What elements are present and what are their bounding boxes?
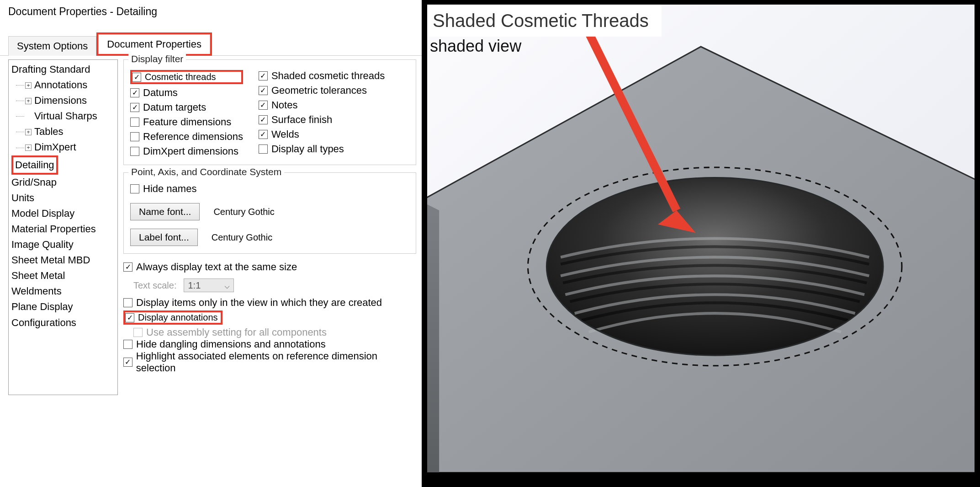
- label-font-button[interactable]: Label font...: [130, 229, 198, 246]
- expand-icon[interactable]: +: [25, 98, 32, 104]
- checkbox-display-all-types[interactable]: [259, 144, 268, 154]
- checkbox-datums[interactable]: ✓: [130, 88, 139, 97]
- checkbox-hide-dangling[interactable]: [123, 340, 132, 349]
- tab-system-options[interactable]: System Options: [8, 36, 96, 56]
- tree-label: Tables: [34, 126, 64, 137]
- checkbox-feature-dimensions[interactable]: [130, 118, 139, 127]
- tree-plane-display[interactable]: Plane Display: [11, 299, 115, 315]
- label-notes: Notes: [271, 99, 297, 111]
- checkbox-cosmetic-threads[interactable]: ✓: [132, 73, 141, 82]
- callout-subcaption: shaded view: [430, 37, 521, 56]
- label-cosmetic-threads: Cosmetic threads: [145, 72, 216, 82]
- tab-document-properties[interactable]: Document Properties: [98, 34, 210, 54]
- select-text-scale[interactable]: 1:1 ⌵: [184, 278, 234, 292]
- tree-grid-snap[interactable]: Grid/Snap: [11, 175, 115, 190]
- name-font-value: Century Gothic: [213, 207, 274, 217]
- tab-strip: System Options Document Properties: [8, 32, 422, 56]
- checkbox-notes[interactable]: ✓: [259, 101, 268, 110]
- category-tree[interactable]: Drafting Standard +Annotations +Dimensio…: [8, 59, 118, 395]
- tree-weldments[interactable]: Weldments: [11, 284, 115, 299]
- label-shaded-cosmetic: Shaded cosmetic threads: [271, 70, 385, 82]
- checkbox-highlight-assoc[interactable]: ✓: [123, 358, 132, 367]
- checkbox-assembly-setting: [133, 328, 143, 337]
- svg-marker-2: [427, 201, 439, 472]
- tree-label: Dimensions: [34, 95, 87, 106]
- expand-icon[interactable]: +: [25, 144, 32, 151]
- label-display-annotations: Display annotations: [138, 312, 218, 323]
- tree-label: DimXpert: [34, 141, 76, 153]
- label-hide-dangling: Hide dangling dimensions and annotations: [136, 338, 326, 350]
- label-display-all-types: Display all types: [271, 143, 344, 155]
- expand-icon[interactable]: +: [25, 129, 32, 135]
- checkbox-geometric-tolerances[interactable]: ✓: [259, 86, 268, 95]
- label-always-size: Always display text at the same size: [136, 261, 297, 273]
- tree-drafting-standard[interactable]: Drafting Standard: [11, 62, 115, 77]
- tree-detailing[interactable]: Detailing: [11, 155, 115, 175]
- illustration-canvas: Shaded Cosmetic Threads shaded view: [427, 5, 975, 472]
- label-welds: Welds: [271, 128, 299, 140]
- checkbox-only-in-view[interactable]: [123, 298, 132, 307]
- checkbox-dimxpert-dimensions[interactable]: [130, 147, 139, 156]
- callout-title: Shaded Cosmetic Threads: [427, 5, 662, 37]
- checkbox-welds[interactable]: ✓: [259, 130, 268, 139]
- tree-label: Detailing: [15, 159, 54, 171]
- tree-model-display[interactable]: Model Display: [11, 206, 115, 221]
- illustration-panel: Shaded Cosmetic Threads shaded view: [423, 0, 980, 487]
- label-highlight-assoc: Highlight associated elements on referen…: [136, 350, 416, 374]
- chevron-down-icon: ⌵: [224, 280, 230, 291]
- tree-label: Virtual Sharps: [34, 110, 97, 122]
- tree-units[interactable]: Units: [11, 190, 115, 206]
- tree-tables[interactable]: +Tables: [11, 124, 115, 139]
- label-datum-targets: Datum targets: [143, 102, 206, 113]
- tree-dimensions[interactable]: +Dimensions: [11, 93, 115, 108]
- label-text-scale: Text scale:: [133, 280, 176, 291]
- tree-material-properties[interactable]: Material Properties: [11, 221, 115, 237]
- threaded-hole-svg: [427, 5, 975, 472]
- name-font-button[interactable]: Name font...: [130, 203, 200, 220]
- group-display-filter: Display filter ✓ Cosmetic threads ✓Datum…: [123, 59, 416, 165]
- select-value: 1:1: [188, 280, 201, 291]
- group-legend: Display filter: [128, 54, 186, 64]
- tree-dimxpert[interactable]: +DimXpert: [11, 139, 115, 155]
- document-properties-dialog: Document Properties - Detailing System O…: [0, 0, 423, 487]
- checkbox-surface-finish[interactable]: ✓: [259, 115, 268, 124]
- highlight-document-properties-tab: Document Properties: [96, 32, 212, 56]
- settings-panel: Display filter ✓ Cosmetic threads ✓Datum…: [118, 59, 422, 395]
- tree-sheet-metal-mbd[interactable]: Sheet Metal MBD: [11, 252, 115, 268]
- checkbox-always-size[interactable]: ✓: [123, 262, 132, 272]
- label-only-in-view: Display items only in the view in which …: [136, 297, 382, 309]
- tree-sheet-metal[interactable]: Sheet Metal: [11, 268, 115, 284]
- highlight-display-annotations: ✓ Display annotations: [123, 310, 222, 325]
- label-dimxpert-dimensions: DimXpert dimensions: [143, 145, 238, 157]
- tree-configurations[interactable]: Configurations: [11, 315, 115, 331]
- checkbox-shaded-cosmetic[interactable]: ✓: [259, 71, 268, 80]
- checkbox-datum-targets[interactable]: ✓: [130, 103, 139, 112]
- label-feature-dimensions: Feature dimensions: [143, 116, 231, 128]
- highlight-detailing: Detailing: [11, 155, 58, 175]
- tree-image-quality[interactable]: Image Quality: [11, 237, 115, 252]
- checkbox-display-annotations[interactable]: ✓: [125, 313, 134, 322]
- highlight-cosmetic-threads: ✓ Cosmetic threads: [130, 70, 243, 84]
- label-font-value: Century Gothic: [212, 232, 272, 243]
- label-geometric-tolerances: Geometric tolerances: [271, 85, 367, 96]
- label-hide-names: Hide names: [143, 183, 196, 195]
- checkbox-reference-dimensions[interactable]: [130, 132, 139, 141]
- group-point-axis-coord: Point, Axis, and Coordinate System Hide …: [123, 172, 416, 254]
- tree-label: Annotations: [34, 79, 87, 91]
- group-legend: Point, Axis, and Coordinate System: [128, 166, 284, 177]
- label-assembly-setting: Use assembly setting for all components: [146, 326, 327, 338]
- tree-annotations[interactable]: +Annotations: [11, 77, 115, 93]
- tree-virtual-sharps[interactable]: +Virtual Sharps: [11, 108, 115, 124]
- label-datums: Datums: [143, 87, 178, 99]
- label-surface-finish: Surface finish: [271, 114, 332, 126]
- checkbox-hide-names[interactable]: [130, 184, 139, 193]
- window-title: Document Properties - Detailing: [0, 0, 422, 21]
- label-reference-dimensions: Reference dimensions: [143, 131, 243, 143]
- expand-icon[interactable]: +: [25, 82, 32, 89]
